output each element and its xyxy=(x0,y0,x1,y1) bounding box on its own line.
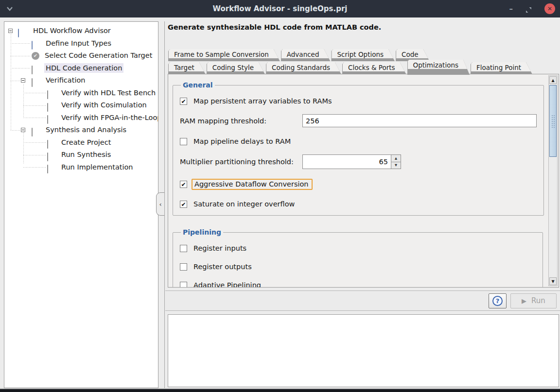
tree-item-synthesis-and-analysis[interactable]: Synthesis and Analysis xyxy=(4,124,158,136)
checkbox-label: Map pipeline delays to RAM xyxy=(192,137,293,146)
task-icon xyxy=(47,153,48,161)
collapse-panel-button[interactable]: ‹ xyxy=(156,192,164,216)
spin-down-button[interactable]: ▼ xyxy=(391,162,401,169)
window-menu-chevron-icon[interactable] xyxy=(6,5,15,13)
checkbox-row-register-inputs[interactable]: ✔ Register inputs xyxy=(180,244,536,253)
vertical-scrollbar[interactable]: ▲ ▼ xyxy=(548,75,558,286)
checkbox-label-focused: Aggressive Dataflow Conversion xyxy=(192,179,313,190)
tab-frame-to-sample-conversion[interactable]: Frame to Sample Conversion xyxy=(168,49,280,61)
optimizations-tab-panel: General ✔ Map persistent array variables… xyxy=(168,74,559,288)
checkbox-label: Map persistent array variables to RAMs xyxy=(192,97,333,105)
field-row-multiplier-partitioning-threshold: Multiplier partitioning threshold: ▲ ▼ xyxy=(180,154,537,169)
tab-coding-style[interactable]: Coding Style xyxy=(207,62,265,74)
tree-guide-stub xyxy=(11,56,30,56)
collapse-expander-icon[interactable] xyxy=(8,29,13,33)
run-button-label: Run xyxy=(531,296,545,305)
tree-item-hdl-workflow-advisor[interactable]: HDL Workflow Advisor xyxy=(4,25,158,37)
minimize-button[interactable]: – xyxy=(509,6,513,11)
checkbox-row-adaptive-pipelining[interactable]: ✔ Adaptive Pipelining xyxy=(180,281,536,288)
tree-guide-stub xyxy=(11,81,20,81)
tree-item-create-project[interactable]: Create Project xyxy=(4,136,158,149)
tree-item-verification[interactable]: Verification xyxy=(4,74,158,87)
tree-item-label: Run Implementation xyxy=(60,162,135,172)
checkbox-icon[interactable]: ✔ xyxy=(180,201,187,208)
tab-coding-standards[interactable]: Coding Standards xyxy=(266,62,341,74)
pipelining-group-title: Pipelining xyxy=(181,228,223,236)
tree-guide-stub xyxy=(23,105,46,106)
tree-item-run-implementation[interactable]: Run Implementation xyxy=(4,161,158,174)
maximize-button[interactable] xyxy=(525,6,532,12)
checkbox-label: Register inputs xyxy=(192,244,248,253)
checkbox-label: Saturate on integer overflow xyxy=(192,200,297,208)
checkbox-icon[interactable]: ✔ xyxy=(180,263,187,271)
collapse-expander-icon[interactable] xyxy=(21,128,25,132)
run-button[interactable]: ▶ Run xyxy=(510,293,557,308)
checkbox-icon[interactable]: ✔ xyxy=(180,245,187,252)
task-icon xyxy=(47,165,48,173)
scroll-down-button[interactable]: ▼ xyxy=(549,277,557,285)
task-icon xyxy=(47,140,48,149)
help-button[interactable]: ? xyxy=(489,293,507,308)
checkbox-icon[interactable]: ✔ xyxy=(180,98,187,105)
tree-guide-stub xyxy=(23,93,46,93)
multiplier-threshold-input[interactable] xyxy=(302,154,391,169)
tab-floating-point[interactable]: Floating Point xyxy=(471,62,532,74)
tree-item-verify-fpga-in-the-loop[interactable]: Verify with FPGA-in-the-Loop xyxy=(4,112,158,124)
action-strip: ? ▶ Run xyxy=(165,290,560,311)
tab-clocks-ports[interactable]: Clocks & Ports xyxy=(342,62,406,74)
checkbox-icon[interactable]: ✔ xyxy=(180,138,187,145)
scroll-up-button[interactable]: ▲ xyxy=(549,76,557,84)
tree-guide-stub xyxy=(23,142,46,143)
panel-splitter[interactable] xyxy=(164,21,165,388)
tree-guide-stub xyxy=(23,155,46,155)
tree-item-label: Verify with FPGA-in-the-Loop xyxy=(60,113,158,122)
field-label: RAM mapping threshold: xyxy=(180,117,302,125)
checkbox-row-register-outputs[interactable]: ✔ Register outputs xyxy=(180,262,536,271)
tree-item-verify-hdl-test-bench[interactable]: Verify with HDL Test Bench xyxy=(4,87,158,100)
tree-item-run-synthesis[interactable]: Run Synthesis xyxy=(4,149,158,161)
task-icon xyxy=(47,115,48,124)
tab-script-options[interactable]: Script Options xyxy=(331,49,395,61)
tree-item-define-input-types[interactable]: Define Input Types xyxy=(4,37,158,50)
task-icon xyxy=(32,66,33,74)
tab-target[interactable]: Target xyxy=(168,62,206,74)
checkbox-row-aggressive-dataflow[interactable]: ✔ Aggressive Dataflow Conversion xyxy=(180,179,537,190)
tree-item-label: Verify with Cosimulation xyxy=(60,100,148,110)
tree-item-select-code-generation-target[interactable]: ✔ Select Code Generation Target xyxy=(4,50,158,62)
tree-guide-stub xyxy=(11,130,20,131)
tree-guide-stub xyxy=(23,167,46,168)
message-output-panel xyxy=(168,314,559,387)
tab-optimizations[interactable]: Optimizations xyxy=(407,60,470,75)
scrollbar-grip xyxy=(551,115,555,128)
checkbox-row-saturate-overflow[interactable]: ✔ Saturate on integer overflow xyxy=(180,200,537,208)
general-group: General ✔ Map persistent array variables… xyxy=(173,81,544,216)
tree-item-label: Select Code Generation Target xyxy=(43,51,154,60)
tree-item-label: Run Synthesis xyxy=(60,150,112,159)
tree-item-verify-cosimulation[interactable]: Verify with Cosimulation xyxy=(4,99,158,112)
tree-item-hdl-code-generation[interactable]: HDL Code Generation xyxy=(4,62,158,75)
tree-item-label: Create Project xyxy=(60,137,112,147)
pipelining-group: Pipelining ✔ Register inputs ✔ Register … xyxy=(173,228,543,288)
checkbox-row-map-persistent-arrays[interactable]: ✔ Map persistent array variables to RAMs xyxy=(180,97,537,105)
window-title: Workflow Advisor - singleOps.prj xyxy=(0,4,560,13)
scrollbar-thumb[interactable] xyxy=(549,85,557,157)
spin-up-button[interactable]: ▲ xyxy=(391,155,401,162)
field-row-ram-mapping-threshold: RAM mapping threshold: xyxy=(180,114,537,127)
spinner-buttons: ▲ ▼ xyxy=(391,154,401,169)
optimizations-form: General ✔ Map persistent array variables… xyxy=(168,74,547,287)
close-button[interactable]: ✕ xyxy=(544,3,555,14)
settings-tabs: Frame to Sample Conversion Advanced Scri… xyxy=(168,49,559,74)
checkbox-label: Register outputs xyxy=(192,262,254,271)
tree-guide-stub xyxy=(11,68,30,68)
collapse-expander-icon[interactable] xyxy=(21,78,25,83)
tree-item-label: HDL Code Generation xyxy=(44,63,123,73)
workflow-tree-panel: HDL Workflow Advisor Define Input Types … xyxy=(4,21,158,388)
checkbox-icon[interactable]: ✔ xyxy=(180,282,187,288)
tab-code[interactable]: Code xyxy=(396,49,430,61)
checkbox-icon[interactable]: ✔ xyxy=(180,181,187,188)
multiplier-threshold-spinner: ▲ ▼ xyxy=(302,154,401,169)
tab-advanced[interactable]: Advanced xyxy=(281,49,331,61)
ram-mapping-threshold-input[interactable] xyxy=(302,114,537,127)
checkbox-row-map-pipeline-delays[interactable]: ✔ Map pipeline delays to RAM xyxy=(180,137,537,146)
field-label: Multiplier partitioning threshold: xyxy=(180,158,302,166)
